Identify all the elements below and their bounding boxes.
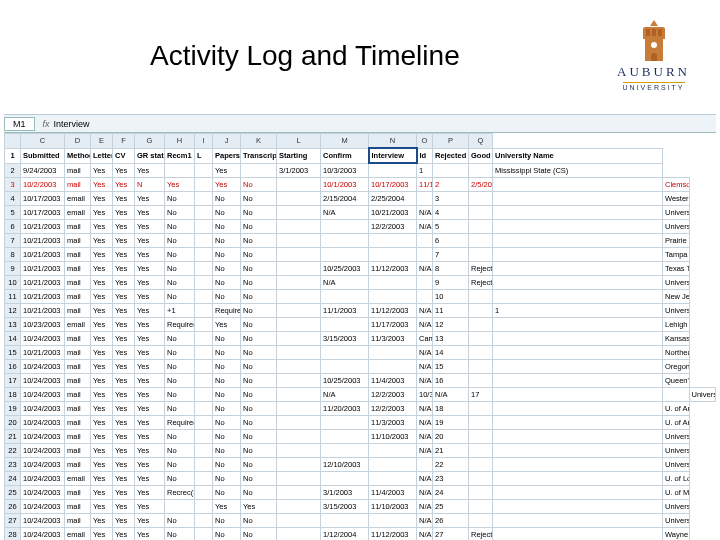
cell[interactable] — [321, 289, 369, 303]
cell[interactable]: N/A — [417, 205, 433, 219]
cell[interactable]: 11/12/2003 — [369, 303, 417, 317]
cell[interactable] — [195, 191, 213, 205]
cell[interactable]: Yes — [113, 513, 135, 527]
cell[interactable]: mail — [65, 485, 91, 499]
cell[interactable]: mail — [65, 345, 91, 359]
cell[interactable] — [277, 359, 321, 373]
cell[interactable] — [195, 429, 213, 443]
cell[interactable] — [369, 359, 417, 373]
cell[interactable]: mail — [65, 233, 91, 247]
cell[interactable]: 10/30/2003 — [417, 387, 433, 401]
cell[interactable] — [369, 289, 417, 303]
cell[interactable]: mail — [65, 401, 91, 415]
cell[interactable]: Yes — [91, 359, 113, 373]
cell[interactable] — [493, 261, 663, 275]
cell[interactable]: 10/24/2003 — [21, 499, 65, 513]
cell[interactable]: No — [241, 387, 277, 401]
cell[interactable] — [493, 219, 663, 233]
field-header[interactable]: CV — [113, 148, 135, 163]
cell[interactable]: mail — [65, 331, 91, 345]
cell[interactable] — [195, 163, 213, 177]
cell[interactable]: Yes — [91, 177, 113, 191]
cell[interactable]: Texas Tech University (CE) — [663, 261, 690, 275]
cell[interactable]: No — [241, 177, 277, 191]
cell[interactable] — [277, 275, 321, 289]
cell[interactable]: 16 — [433, 373, 469, 387]
row-number[interactable]: 26 — [5, 499, 21, 513]
cell[interactable] — [277, 513, 321, 527]
cell[interactable]: No — [241, 373, 277, 387]
cell[interactable]: 10/24/2003 — [21, 485, 65, 499]
field-header[interactable]: Good — [469, 148, 493, 163]
cell[interactable] — [277, 233, 321, 247]
cell[interactable]: N/A — [417, 415, 433, 429]
cell[interactable] — [277, 415, 321, 429]
cell[interactable]: No — [213, 373, 241, 387]
cell[interactable] — [195, 527, 213, 540]
cell[interactable]: No — [165, 289, 195, 303]
cell[interactable]: Yes — [91, 415, 113, 429]
cell[interactable] — [469, 303, 493, 317]
cell[interactable] — [277, 443, 321, 457]
cell[interactable]: Yes — [113, 457, 135, 471]
cell[interactable] — [417, 289, 433, 303]
field-header[interactable]: L — [195, 148, 213, 163]
cell[interactable]: No — [213, 359, 241, 373]
cell[interactable]: No — [165, 443, 195, 457]
cell[interactable] — [277, 331, 321, 345]
column-header[interactable]: G — [135, 134, 165, 149]
cell[interactable]: 10 — [433, 289, 469, 303]
row-number[interactable]: 22 — [5, 443, 21, 457]
cell[interactable] — [417, 457, 433, 471]
row-number[interactable]: 2 — [5, 163, 21, 177]
cell[interactable]: 11/3/2003 — [369, 331, 417, 345]
cell[interactable]: No — [213, 415, 241, 429]
cell[interactable]: 10/21/2003 — [369, 205, 417, 219]
cell[interactable]: 11/1/2003 — [321, 303, 369, 317]
field-header[interactable]: Id — [417, 148, 433, 163]
cell[interactable] — [469, 513, 493, 527]
cell[interactable]: Yes — [113, 429, 135, 443]
cell[interactable]: No — [165, 527, 195, 540]
cell[interactable]: No — [165, 373, 195, 387]
field-header[interactable]: Interview — [369, 148, 417, 163]
cell[interactable]: Yes — [113, 373, 135, 387]
cell[interactable] — [493, 457, 663, 471]
cell[interactable] — [493, 443, 663, 457]
cell[interactable] — [417, 191, 433, 205]
cell[interactable]: N/A — [417, 303, 433, 317]
cell[interactable] — [321, 317, 369, 331]
cell[interactable] — [469, 415, 493, 429]
cell[interactable]: 3 — [433, 191, 469, 205]
cell[interactable]: Yes — [113, 359, 135, 373]
cell[interactable] — [321, 513, 369, 527]
cell[interactable]: Yes — [91, 443, 113, 457]
cell[interactable]: No — [213, 275, 241, 289]
row-number[interactable]: 8 — [5, 247, 21, 261]
cell[interactable]: University of South Florida (CS) — [663, 513, 690, 527]
cell[interactable] — [277, 205, 321, 219]
cell[interactable]: mail — [65, 219, 91, 233]
cell[interactable] — [195, 499, 213, 513]
cell[interactable]: 10/24/2003 — [21, 373, 65, 387]
cell[interactable] — [469, 247, 493, 261]
cell[interactable]: Rejected — [469, 275, 493, 289]
cell[interactable]: No — [213, 527, 241, 540]
cell[interactable] — [195, 485, 213, 499]
cell[interactable]: N/A — [417, 429, 433, 443]
cell[interactable]: 11/11/2003 — [417, 177, 433, 191]
cell[interactable]: Yes — [91, 471, 113, 485]
cell[interactable]: Yes — [113, 443, 135, 457]
row-number[interactable]: 6 — [5, 219, 21, 233]
cell[interactable]: Yes — [135, 317, 165, 331]
cell[interactable]: mail — [65, 387, 91, 401]
cell[interactable]: 21 — [433, 443, 469, 457]
cell[interactable]: Yes — [91, 429, 113, 443]
cell[interactable]: N/A — [417, 359, 433, 373]
cell[interactable] — [469, 485, 493, 499]
cell[interactable]: No — [213, 233, 241, 247]
field-header[interactable]: Recm1 — [165, 148, 195, 163]
cell[interactable]: mail — [65, 359, 91, 373]
cell[interactable]: mail — [65, 443, 91, 457]
cell[interactable]: Yes — [213, 163, 241, 177]
